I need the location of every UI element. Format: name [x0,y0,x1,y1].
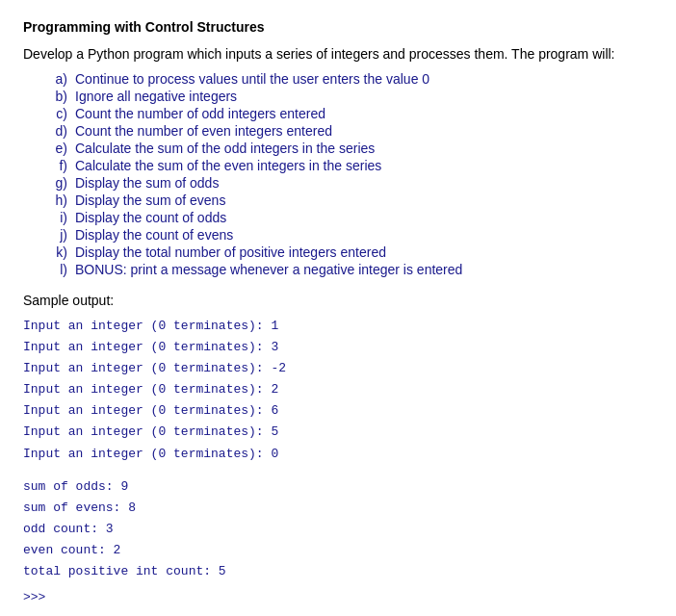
list-item-text: Count the number of odd integers entered [75,106,325,121]
list-item: a)Continue to process values until the u… [52,71,653,87]
list-item-text: BONUS: print a message whenever a negati… [75,262,462,277]
list-item: c)Count the number of odd integers enter… [52,106,653,121]
input-line: Input an integer (0 terminates): 2 [23,379,653,400]
input-line: Input an integer (0 terminates): 5 [23,422,653,443]
list-item-label: e) [52,141,67,156]
list-item-label: j) [52,227,67,243]
list-item-text: Display the count of odds [75,210,226,225]
list-item: b)Ignore all negative integers [52,89,653,104]
list-item-text: Display the total number of positive int… [75,244,386,260]
input-lines-block: Input an integer (0 terminates): 1Input … [23,316,653,465]
list-item-text: Calculate the sum of the even integers i… [75,158,381,173]
list-item-text: Count the number of even integers entere… [75,123,332,139]
list-item: h)Display the sum of evens [52,192,653,208]
result-line: sum of evens: 8 [23,498,653,519]
list-item-text: Display the sum of odds [75,175,219,191]
list-item-label: i) [52,210,67,225]
result-line: even count: 2 [23,540,653,561]
result-line: sum of odds: 9 [23,476,653,498]
list-item: f)Calculate the sum of the even integers… [52,158,653,173]
repl-prompt-line: >>> [23,590,653,604]
list-item: g)Display the sum of odds [52,175,653,191]
page-title: Programming with Control Structures [23,19,653,35]
input-line: Input an integer (0 terminates): -2 [23,358,653,379]
list-item: i)Display the count of odds [52,210,653,225]
list-item: e)Calculate the sum of the odd integers … [52,141,653,156]
intro-text: Develop a Python program which inputs a … [23,46,653,62]
list-item-label: c) [52,106,67,121]
list-item-text: Display the count of evens [75,227,233,243]
list-item-label: g) [52,175,67,191]
list-item-label: f) [52,158,67,173]
list-item-label: a) [52,71,67,87]
list-item-label: l) [52,262,67,277]
result-line: odd count: 3 [23,519,653,540]
list-item-label: d) [52,123,67,139]
list-item: l)BONUS: print a message whenever a nega… [52,262,653,277]
list-item-text: Calculate the sum of the odd integers in… [75,141,375,156]
result-lines-block: sum of odds: 9sum of evens: 8odd count: … [23,476,653,582]
list-item-text: Continue to process values until the use… [75,71,429,87]
list-item: j)Display the count of evens [52,227,653,243]
list-item: k)Display the total number of positive i… [52,244,653,260]
input-line: Input an integer (0 terminates): 6 [23,400,653,422]
result-line: total positive int count: 5 [23,561,653,582]
list-item-text: Ignore all negative integers [75,89,237,104]
requirements-list: a)Continue to process values until the u… [52,71,653,277]
list-item-text: Display the sum of evens [75,192,225,208]
input-line: Input an integer (0 terminates): 1 [23,316,653,337]
sample-output-label: Sample output: [23,293,653,308]
input-line: Input an integer (0 terminates): 0 [23,444,653,465]
list-item-label: k) [52,244,67,260]
input-line: Input an integer (0 terminates): 3 [23,337,653,358]
list-item-label: b) [52,89,67,104]
list-item: d)Count the number of even integers ente… [52,123,653,139]
list-item-label: h) [52,192,67,208]
